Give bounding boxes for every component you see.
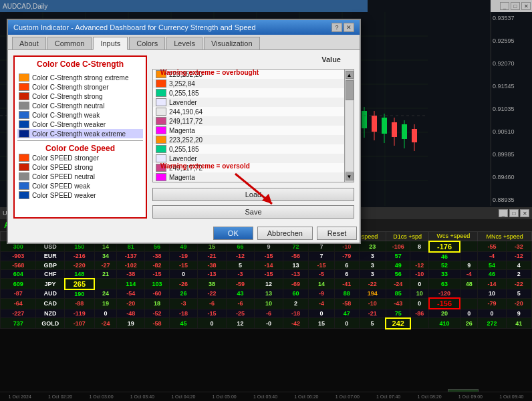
time-2: 1 Oct 03:00	[89, 394, 113, 399]
eur-wcs: 46	[429, 252, 460, 261]
cad-mnsp: -20	[506, 298, 531, 309]
cad-h4cs: -58	[334, 298, 359, 309]
price-label-2: 0.92595	[493, 37, 531, 44]
label-weak: Color C-Strength weak	[32, 112, 100, 119]
minimize-button[interactable]: _	[500, 2, 509, 10]
speed-item-weak[interactable]: Color SPEED weak	[17, 181, 143, 190]
val-swatch-9	[156, 154, 166, 162]
nzd-m1sp: 0	[94, 309, 117, 318]
aud-m5cs: -54	[117, 289, 145, 299]
color-item-strong-extreme[interactable]: Color C-Strength strong extreme	[17, 73, 143, 82]
nzd-h1cs: -18	[283, 309, 309, 318]
value-item-3[interactable]: Lavender	[153, 98, 344, 107]
color-item-weaker[interactable]: Color C-Strength weaker	[17, 120, 143, 129]
aud-m1cs: 190	[65, 289, 95, 299]
window-controls: _ □ ✕	[491, 0, 532, 12]
speed-item-weaker[interactable]: Color SPEED weaker	[17, 190, 143, 200]
jpy-m5sp: 103	[145, 279, 170, 289]
scrollbar[interactable]: ▲ ▼	[344, 70, 354, 182]
warning-overbought: Warning extreme = overbought	[160, 69, 259, 76]
speed-item-strong[interactable]: Color SPEED strong	[17, 162, 143, 172]
value-item-8[interactable]: 0,255,185	[153, 144, 344, 154]
speed-item-stronger[interactable]: Color SPEED stronger	[17, 153, 143, 162]
eur-trend: -903	[1, 252, 36, 261]
value-item-6[interactable]: Magenta	[153, 126, 344, 135]
svg-rect-89	[402, 124, 407, 139]
price-label-8: 0.89460	[493, 174, 531, 180]
aud-m15cs: 26	[169, 289, 197, 299]
usd-mnsp: -32	[506, 241, 531, 252]
cad-wcs-highlighted: -156	[429, 298, 460, 309]
swatch-strong	[19, 92, 29, 100]
color-item-stronger[interactable]: Color C-Strength stronger	[17, 82, 143, 92]
scroll-down[interactable]: ▼	[346, 172, 354, 180]
color-item-weak[interactable]: Color C-Strength weak	[17, 110, 143, 120]
reset-button[interactable]: Reset	[317, 227, 357, 240]
speed-item-neutral[interactable]: Color SPEED neutral	[17, 172, 143, 181]
val-text-9: Lavender	[169, 155, 197, 162]
cad-m1sp: 19	[94, 298, 117, 309]
value-item-5[interactable]: 249,117,72	[153, 116, 344, 126]
ok-button[interactable]: OK	[213, 227, 253, 240]
nzd-trend: -227	[1, 309, 36, 318]
dash-close[interactable]: ✕	[520, 209, 529, 217]
modal-titlebar: Custom Indicator - Advanced Dashboard fo…	[8, 20, 360, 35]
close-button[interactable]: ✕	[521, 2, 531, 10]
val-text-7: 223,252,20	[169, 136, 203, 144]
modal-close-button[interactable]: ✕	[344, 23, 354, 32]
color-item-strong[interactable]: Color C-Strength strong	[17, 92, 143, 101]
jpy-h1cs: -69	[283, 279, 309, 289]
eur-mnsp: -12	[506, 252, 531, 261]
eur-m15cs: -19	[169, 252, 197, 261]
label-strong: Color C-Strength strong	[32, 93, 103, 100]
eur-m15sp: -21	[198, 252, 226, 261]
scroll-thumb[interactable]	[346, 80, 354, 100]
tab-inputs[interactable]: Inputs	[93, 37, 128, 50]
svg-rect-81	[362, 111, 367, 128]
time-3: 1 Oct 03:40	[130, 394, 154, 399]
cad-m15cs: -3	[169, 298, 197, 309]
modal-help-button[interactable]: ?	[331, 23, 342, 32]
chf-mncs: 46	[478, 269, 506, 279]
scroll-up[interactable]: ▲	[346, 71, 354, 79]
svg-rect-91	[412, 129, 417, 142]
value-item-2[interactable]: 0,255,185	[153, 88, 344, 98]
val-swatch-2	[156, 89, 166, 97]
aud-m1sp: 24	[94, 289, 117, 299]
dash-minimize[interactable]: _	[499, 209, 508, 217]
cancel-button[interactable]: Abbrechen	[257, 227, 313, 240]
tab-colors[interactable]: Colors	[129, 37, 165, 49]
value-item-9[interactable]: Lavender	[153, 154, 344, 163]
time-4: 1 Oct 04:20	[171, 394, 195, 399]
gold-m5cs: 19	[117, 318, 145, 329]
tab-common[interactable]: Common	[47, 37, 92, 49]
tab-about[interactable]: About	[12, 37, 46, 49]
value-item-1[interactable]: 3,252,84	[153, 79, 344, 88]
tab-visualization[interactable]: Visualization	[204, 37, 260, 49]
eur-d1cs: 57	[386, 252, 410, 261]
jpy-m1sp	[94, 279, 117, 289]
tab-levels[interactable]: Levels	[166, 37, 203, 49]
jpy-wsp: 48	[460, 279, 478, 289]
eur-d1sp	[410, 252, 429, 261]
gbp-currency: GBP	[36, 261, 65, 269]
value-item-4[interactable]: 244,190,64	[153, 107, 344, 116]
speed-swatch-strong	[19, 163, 29, 171]
color-item-neutral[interactable]: Color C-Strength neutral	[17, 101, 143, 110]
aud-m30sp: 13	[255, 289, 283, 299]
price-label-6: 0.90510	[493, 128, 531, 135]
swatch-strong-extreme	[19, 74, 29, 82]
dash-maximize[interactable]: □	[509, 209, 519, 217]
gbp-h4sp: 3	[359, 261, 386, 269]
color-item-weak-extreme[interactable]: Color C-Strength weak extreme	[17, 129, 143, 138]
value-item-7[interactable]: 223,252,20	[153, 135, 344, 144]
cad-mncs: -79	[478, 298, 506, 309]
val-swatch-1	[156, 80, 166, 88]
nzd-wcs: 20	[429, 309, 460, 318]
nzd-wsp: 0	[460, 309, 478, 318]
time-8: 1 Oct 07:00	[336, 394, 360, 399]
eur-mncs: -4	[478, 252, 506, 261]
val-text-1: 3,252,84	[169, 80, 195, 88]
cad-m30sp: 10	[255, 298, 283, 309]
maximize-button[interactable]: □	[511, 2, 520, 10]
